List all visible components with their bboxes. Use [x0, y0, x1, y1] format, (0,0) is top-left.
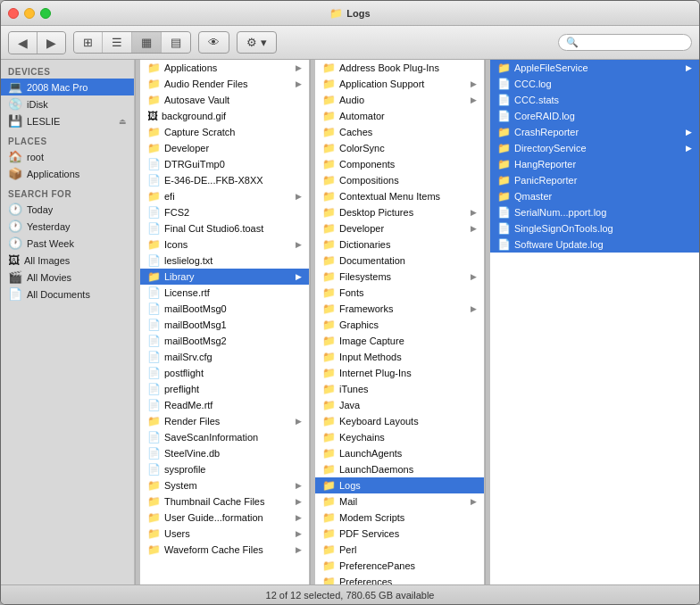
- minimize-button[interactable]: [24, 8, 35, 19]
- file-item[interactable]: 📄 SingleSignOnTools.log: [490, 220, 699, 236]
- file-item[interactable]: 📁 PanicReporter: [490, 172, 699, 188]
- file-item[interactable]: 📁 Users ▶: [140, 526, 309, 542]
- file-item[interactable]: 📁 User Guide...formation ▶: [140, 510, 309, 526]
- file-item[interactable]: 📁 Applications ▶: [140, 60, 309, 76]
- file-item[interactable]: 📁 Waveform Cache Files ▶: [140, 542, 309, 558]
- file-item[interactable]: 📄 sysprofile: [140, 461, 309, 477]
- quick-look-button[interactable]: 👁: [198, 31, 229, 54]
- file-item[interactable]: 📁 Filesystems ▶: [315, 269, 484, 285]
- file-item[interactable]: 📁 PDF Services: [315, 526, 484, 542]
- file-item[interactable]: 📄 postflight: [140, 365, 309, 381]
- file-item[interactable]: 📁 Logs: [315, 477, 484, 493]
- file-item[interactable]: 📁 Keyboard Layouts: [315, 413, 484, 429]
- file-item[interactable]: 📄 Final Cut Studio6.toast: [140, 220, 309, 236]
- file-item[interactable]: 📄 mailBootMsg0: [140, 301, 309, 317]
- file-item[interactable]: 📁 Keychains: [315, 429, 484, 445]
- file-item[interactable]: 📁 Input Methods: [315, 349, 484, 365]
- file-item[interactable]: 📄 mailBootMsg2: [140, 333, 309, 349]
- file-item[interactable]: 📄 FCS2: [140, 204, 309, 220]
- search-input[interactable]: [582, 37, 684, 48]
- file-item[interactable]: 📄 SteelVine.db: [140, 445, 309, 461]
- file-item[interactable]: 📄 CCC.stats: [490, 92, 699, 108]
- sidebar-item-yesterday[interactable]: 🕐 Yesterday: [1, 218, 134, 235]
- file-item[interactable]: 📄 E-346-DE...FKB-X8XX: [140, 172, 309, 188]
- file-item[interactable]: 📁 Application Support ▶: [315, 76, 484, 92]
- file-item[interactable]: 📁 Capture Scratch: [140, 124, 309, 140]
- file-item[interactable]: 📄 preflight: [140, 381, 309, 397]
- file-item[interactable]: 📁 Image Capture: [315, 333, 484, 349]
- sidebar-item-applications[interactable]: 📦 Applications: [1, 165, 134, 182]
- view-coverflow-button[interactable]: ▤: [162, 32, 190, 53]
- sidebar-item-root[interactable]: 🏠 root: [1, 148, 134, 165]
- file-item[interactable]: 📄 CCC.log: [490, 76, 699, 92]
- file-item[interactable]: 📁 LaunchAgents: [315, 445, 484, 461]
- file-item[interactable]: 📁 Qmaster: [490, 188, 699, 204]
- file-item[interactable]: 📄 leslielog.txt: [140, 253, 309, 269]
- file-item[interactable]: 📁 Java: [315, 397, 484, 413]
- file-item[interactable]: 📁 Developer: [140, 140, 309, 156]
- file-item[interactable]: 📁 Dictionaries: [315, 236, 484, 253]
- view-column-button[interactable]: ▦: [132, 32, 162, 53]
- sidebar-item-2008-mac-pro[interactable]: 💻 2008 Mac Pro: [1, 79, 134, 95]
- file-item[interactable]: 📁 Preferences: [315, 574, 484, 584]
- file-item[interactable]: 📁 AppleFileService ▶: [490, 60, 699, 76]
- file-item[interactable]: 📁 DirectoryService ▶: [490, 140, 699, 156]
- sidebar-item-today[interactable]: 🕐 Today: [1, 201, 134, 218]
- sidebar-item-all-documents[interactable]: 📄 All Documents: [1, 286, 134, 302]
- file-item[interactable]: 📁 System ▶: [140, 477, 309, 493]
- file-item[interactable]: 📁 CrashReporter ▶: [490, 124, 699, 140]
- file-item[interactable]: 📁 Address Book Plug-Ins: [315, 60, 484, 76]
- forward-button[interactable]: ▶: [38, 32, 65, 54]
- file-item[interactable]: 📁 Autosave Vault: [140, 92, 309, 108]
- file-item[interactable]: 📁 Fonts: [315, 285, 484, 301]
- file-item[interactable]: 📄 License.rtf: [140, 285, 309, 301]
- file-item[interactable]: 📄 SerialNum...pport.log: [490, 204, 699, 220]
- view-list-button[interactable]: ☰: [103, 32, 132, 53]
- maximize-button[interactable]: [40, 8, 51, 19]
- file-item[interactable]: 📁 iTunes: [315, 381, 484, 397]
- view-icon-button[interactable]: ⊞: [74, 32, 103, 53]
- file-item[interactable]: 📁 Audio ▶: [315, 92, 484, 108]
- file-item[interactable]: 📁 Automator: [315, 108, 484, 124]
- sidebar-item-past-week[interactable]: 🕐 Past Week: [1, 235, 134, 252]
- sidebar-item-leslie[interactable]: 💾 LESLIE ⏏: [1, 112, 134, 129]
- file-item[interactable]: 📄 Software Update.log: [490, 236, 699, 253]
- file-item[interactable]: 📄 mailBootMsg1: [140, 317, 309, 333]
- sidebar-item-all-movies[interactable]: 🎬 All Movies: [1, 269, 134, 286]
- file-item[interactable]: 📁 Thumbnail Cache Files ▶: [140, 493, 309, 510]
- file-item[interactable]: 📁 Graphics: [315, 317, 484, 333]
- sidebar-item-idisk[interactable]: 💿 iDisk: [1, 95, 134, 112]
- file-icon: 📄: [147, 351, 161, 363]
- file-item[interactable]: 📁 Documentation: [315, 253, 484, 269]
- back-button[interactable]: ◀: [9, 32, 37, 54]
- file-item[interactable]: 📄 mailSrv.cfg: [140, 349, 309, 365]
- file-item[interactable]: 📁 Audio Render Files ▶: [140, 76, 309, 92]
- file-item[interactable]: 📁 Modem Scripts: [315, 510, 484, 526]
- file-item[interactable]: 📁 Icons ▶: [140, 236, 309, 253]
- file-item[interactable]: 📁 HangReporter: [490, 156, 699, 172]
- file-item[interactable]: 📁 Contextual Menu Items: [315, 188, 484, 204]
- file-item[interactable]: 📄 SaveScanInformation: [140, 429, 309, 445]
- file-item[interactable]: 📁 Frameworks ▶: [315, 301, 484, 317]
- file-item[interactable]: 📄 ReadMe.rtf: [140, 397, 309, 413]
- file-item[interactable]: 📄 CoreRAID.log: [490, 108, 699, 124]
- file-item[interactable]: 📁 PreferencePanes: [315, 558, 484, 574]
- file-item[interactable]: 🖼 background.gif: [140, 108, 309, 124]
- file-item[interactable]: 📁 Components: [315, 156, 484, 172]
- file-item[interactable]: 📁 Mail ▶: [315, 493, 484, 510]
- sidebar-item-all-images[interactable]: 🖼 All Images: [1, 252, 134, 269]
- action-button[interactable]: ⚙ ▾: [237, 31, 277, 54]
- file-item[interactable]: 📁 Compositions: [315, 172, 484, 188]
- file-item[interactable]: 📁 Caches: [315, 124, 484, 140]
- file-item[interactable]: 📁 Internet Plug-Ins: [315, 365, 484, 381]
- file-item[interactable]: 📁 Perl: [315, 542, 484, 558]
- file-item[interactable]: 📁 efi ▶: [140, 188, 309, 204]
- file-item[interactable]: 📁 Library ▶: [140, 269, 309, 285]
- file-item[interactable]: 📁 Developer ▶: [315, 220, 484, 236]
- file-item[interactable]: 📁 Render Files ▶: [140, 413, 309, 429]
- file-item[interactable]: 📄 DTRGuiTmp0: [140, 156, 309, 172]
- file-item[interactable]: 📁 ColorSync: [315, 140, 484, 156]
- file-item[interactable]: 📁 LaunchDaemons: [315, 461, 484, 477]
- close-button[interactable]: [8, 8, 19, 19]
- file-item[interactable]: 📁 Desktop Pictures ▶: [315, 204, 484, 220]
